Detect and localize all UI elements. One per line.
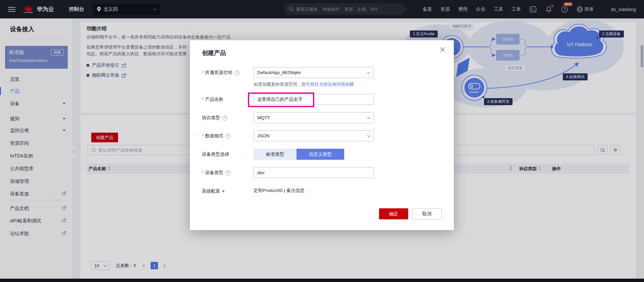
protocol-select[interactable]: MQTT — [254, 112, 374, 123]
confirm-button[interactable]: 确定 — [379, 208, 408, 219]
chevron-down-icon — [367, 116, 371, 119]
advanced-config-summary: 定制ProductID | 备注信息 — [254, 188, 305, 194]
help-question-icon[interactable] — [222, 116, 227, 121]
chevron-down-icon — [222, 191, 225, 192]
field-label-device-type: 设备类型 — [202, 167, 252, 179]
field-label-device-type-select: 设备类型选择 — [202, 149, 252, 160]
help-question-icon[interactable] — [225, 170, 230, 175]
advanced-config-toggle[interactable]: 高级配置 — [202, 188, 225, 194]
resource-space-helper: 如需创建新的资源空间，您可前往当前实例详情创建 — [254, 81, 354, 87]
app-root: HUAWEI 华为云 控制台 北京四 备案 资源 — [0, 0, 644, 282]
standard-type-option[interactable]: 标准类型 — [254, 149, 297, 160]
product-name-input[interactable]: 这里填自己的产品名字 — [254, 94, 374, 105]
field-label-protocol: 协议类型 — [202, 112, 252, 124]
device-type-segmented-control: 标准类型 自定义类型 — [254, 149, 344, 160]
help-question-icon[interactable] — [225, 134, 230, 139]
create-resource-space-link[interactable]: 前往当前实例详情创建 — [310, 82, 354, 87]
data-format-select[interactable]: JSON — [254, 130, 374, 141]
create-product-modal: 创建产品 所属资源空间 DefaultApp_662fdqke 如需创建新的资源… — [190, 40, 454, 230]
chevron-down-icon — [367, 70, 371, 74]
chevron-down-icon — [367, 134, 371, 137]
field-label-product-name: 产品名称 — [202, 94, 252, 105]
cancel-button[interactable]: 取消 — [412, 208, 442, 219]
help-question-icon[interactable] — [234, 70, 239, 75]
device-type-input[interactable]: dev — [254, 167, 374, 178]
close-icon[interactable] — [439, 46, 446, 53]
field-label-data-format: 数据格式 — [202, 130, 252, 142]
modal-title: 创建产品 — [202, 49, 226, 57]
field-label-resource-space: 所属资源空间 — [202, 67, 252, 78]
resource-space-select[interactable]: DefaultApp_662fdqke — [254, 67, 374, 78]
custom-type-option[interactable]: 自定义类型 — [297, 149, 344, 160]
